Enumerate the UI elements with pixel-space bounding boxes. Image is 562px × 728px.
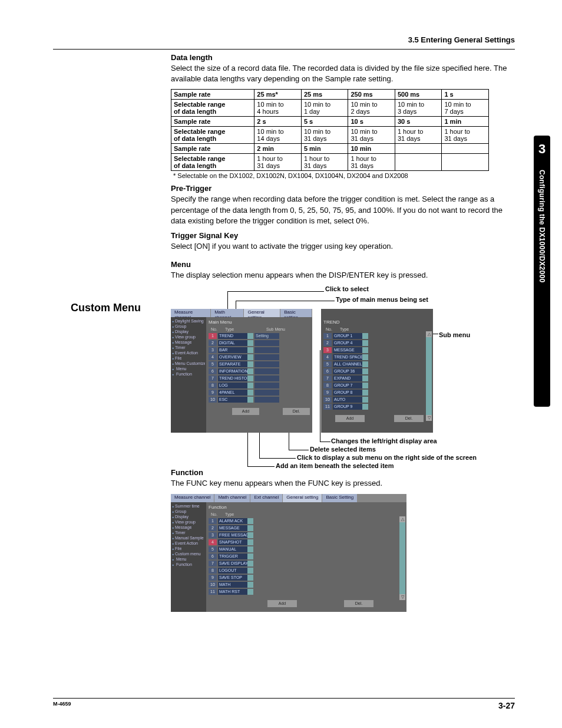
text-menu: The display selection menu appears when …: [171, 270, 515, 281]
function-screenshot: Measure channel Math channel Ext channel…: [171, 494, 406, 612]
tab-general[interactable]: General setting: [283, 494, 322, 502]
sidebar-item[interactable]: Timer: [172, 530, 205, 535]
sidebar-item[interactable]: Group: [172, 324, 205, 329]
heading-data-length: Data length: [171, 53, 515, 62]
sidebar-item[interactable]: Menu: [172, 556, 205, 562]
menu-screenshot-left: Measure channel Math channel General set…: [171, 309, 312, 433]
sidebar-item[interactable]: Summer time: [172, 503, 205, 509]
heading-trigger-key: Trigger Signal Key: [171, 231, 515, 240]
tab-ext[interactable]: Ext channel: [250, 494, 282, 502]
list-item[interactable]: 3FREE MESSAGE: [209, 532, 404, 539]
tab-basic[interactable]: Basic setting: [280, 309, 312, 317]
list-item[interactable]: 6TRIGGER: [209, 553, 404, 560]
tab-math[interactable]: Math channel: [214, 494, 250, 502]
tab-measure[interactable]: Measure channel: [171, 309, 210, 317]
list-item[interactable]: 5MANUAL: [209, 546, 404, 553]
list-item[interactable]: 2MESSAGE: [209, 525, 404, 532]
list-item[interactable]: 5SEPARATE: [209, 361, 310, 368]
list-item[interactable]: 4SNAPSHOT: [209, 539, 404, 546]
list-item[interactable]: 11MATH RST: [209, 588, 404, 595]
sidebar-item[interactable]: Display: [172, 514, 205, 519]
sidebar-item[interactable]: Function: [172, 562, 205, 567]
list-item[interactable]: 3BAR: [209, 347, 310, 354]
sidebar-item[interactable]: File: [172, 355, 205, 361]
list-item[interactable]: 9SAVE STOP: [209, 574, 404, 581]
list-item[interactable]: 1TRENDSetting: [209, 332, 310, 340]
sidebar-item[interactable]: Custom menu: [172, 551, 205, 556]
callout-changes-area: Changes the left/right display area: [331, 437, 437, 444]
list-item[interactable]: 94PANEL: [209, 389, 310, 396]
list-item[interactable]: 1ALARM ACK: [209, 518, 404, 525]
list-item[interactable]: 11GROUP 9: [323, 403, 431, 410]
footer-page-num: 3-27: [498, 701, 515, 710]
text-function: The FUNC key menu appears when the FUNC …: [171, 478, 515, 489]
sidebar-item[interactable]: Daylight Saving Time: [172, 318, 205, 324]
sidebar-item[interactable]: Display: [172, 329, 205, 334]
sidebar-item[interactable]: Manual Sample: [172, 535, 205, 541]
scroll-down-icon[interactable]: ▽: [426, 415, 432, 421]
list-item[interactable]: 6INFORMATION: [209, 368, 310, 375]
list-item[interactable]: 2GROUP 4: [323, 340, 431, 347]
sidebar-item[interactable]: Event Action: [172, 541, 205, 546]
heading-function: Function: [171, 468, 515, 477]
scroll-up-icon[interactable]: △: [399, 516, 405, 522]
list-item[interactable]: 4OVERVIEW: [209, 354, 310, 361]
list-item[interactable]: 4TREND SPACE: [323, 354, 431, 361]
page-header: 3.5 Entering General Settings: [53, 35, 515, 44]
add-button[interactable]: Add: [335, 415, 365, 422]
list-item[interactable]: 5ALL CHANNEL: [323, 361, 431, 368]
heading-pre-trigger: Pre-Trigger: [171, 184, 515, 193]
sidebar-item[interactable]: View group: [172, 334, 205, 340]
chapter-title: Configuring the DX1000/DX2000: [538, 157, 546, 369]
list-item[interactable]: 7EXPAND: [323, 375, 431, 382]
list-item[interactable]: 7TREND HISTORY: [209, 375, 310, 382]
heading-menu: Menu: [171, 260, 515, 269]
sidebar-item[interactable]: Timer: [172, 345, 205, 350]
tab-basic[interactable]: Basic Setting: [322, 494, 357, 502]
callout-click-sub: Click to display a sub menu on the right…: [297, 454, 477, 461]
del-button[interactable]: Del.: [344, 600, 373, 607]
sidebar-item[interactable]: Menu: [172, 366, 205, 371]
footer-doc-id: M-4659: [53, 701, 71, 710]
sidebar-item[interactable]: Event Action: [172, 350, 205, 355]
sidebar-item[interactable]: Menu Customize: [172, 361, 205, 366]
del-button[interactable]: Del.: [283, 408, 310, 415]
list-item[interactable]: 1GROUP 1: [323, 332, 431, 340]
list-item[interactable]: 2DIGITAL: [209, 340, 310, 347]
callout-add-item: Add an item beneath the selected item: [276, 462, 394, 469]
tab-math[interactable]: Math channel: [211, 309, 243, 317]
sidebar-item[interactable]: Function: [172, 371, 205, 377]
header-rule: [53, 49, 515, 50]
table-footnote: * Selectable on the DX1002, DX1002N, DX1…: [173, 172, 515, 179]
tab-general[interactable]: General setting: [244, 309, 280, 317]
sidebar-item[interactable]: View group: [172, 519, 205, 525]
callout-type-main: Type of main menus being set: [336, 296, 428, 303]
text-pre-trigger: Specify the range when recording data be…: [171, 194, 515, 226]
list-item[interactable]: 10AUTO: [323, 396, 431, 403]
scroll-up-icon[interactable]: △: [426, 331, 432, 337]
list-item[interactable]: 8LOG: [209, 382, 310, 389]
list-item[interactable]: 7SAVE DISPLAY: [209, 560, 404, 567]
chapter-tab: 3 Configuring the DX1000/DX2000: [534, 136, 550, 407]
panel-title: Main Menu: [209, 318, 310, 326]
list-item[interactable]: 6GROUP 36: [323, 368, 431, 375]
list-item[interactable]: 3MESSAGE: [323, 347, 431, 354]
add-button[interactable]: Add: [232, 408, 259, 415]
tab-measure[interactable]: Measure channel: [171, 494, 214, 502]
scroll-down-icon[interactable]: ▽: [399, 594, 405, 600]
list-item[interactable]: 8LOGOUT: [209, 567, 404, 574]
heading-custom-menu: Custom Menu: [71, 302, 141, 314]
sidebar-item[interactable]: Group: [172, 509, 205, 514]
list-item[interactable]: 8GROUP 7: [323, 382, 431, 389]
callout-click-select: Click to select: [325, 285, 369, 292]
sidebar-item[interactable]: File: [172, 546, 205, 551]
chapter-number: 3: [534, 136, 550, 157]
sidebar-item[interactable]: Message: [172, 525, 205, 530]
add-button[interactable]: Add: [267, 600, 297, 607]
list-item[interactable]: 9GROUP 8: [323, 389, 431, 396]
sidebar-item[interactable]: Message: [172, 340, 205, 345]
list-item[interactable]: 10MATH: [209, 581, 404, 588]
text-data-length: Select the size of a record data file. T…: [171, 63, 515, 84]
del-button[interactable]: Del.: [394, 415, 424, 422]
list-item[interactable]: 10ESC: [209, 396, 310, 403]
